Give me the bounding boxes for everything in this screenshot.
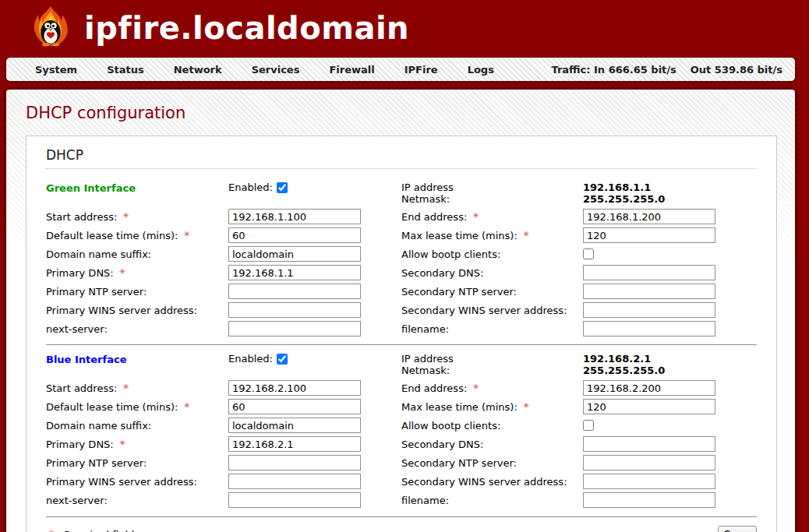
blue-domain-suffix-input[interactable] [228,417,361,433]
field-label: Default lease time (mins):✳ [46,401,228,413]
box-title: DHCP [46,147,757,169]
field-label: Primary DNS:✳ [46,267,228,279]
field-label: next-server: [46,323,228,335]
required-asterisk: ✳ [119,267,125,276]
green-next-server-input[interactable] [228,321,361,336]
blue-start-address-input[interactable] [228,380,361,396]
menu-item-ipfire[interactable]: IPFire [394,64,448,76]
required-asterisk: ✳ [48,528,55,532]
green-primary-ntp-input[interactable] [228,284,361,299]
green-domain-suffix-input[interactable] [228,246,361,262]
form-row: Domain name suffix: Allow bootp clients: [46,416,757,435]
field-label: Start address:✳ [46,382,228,394]
green-max-lease-input[interactable] [583,227,715,243]
form-footer: ✳ Required field Save [46,523,757,532]
menu-item-firewall[interactable]: Firewall [319,64,384,76]
green-primary-wins-input[interactable] [228,302,361,318]
blue-enabled-checkbox[interactable] [277,354,288,365]
hostname-title: ipfire.localdomain [84,10,409,46]
blue-next-server-input[interactable] [228,492,361,508]
green-secondary-dns-input[interactable] [583,265,715,280]
form-row: Start address:✳ End address:✳ [46,207,757,226]
required-asterisk: ✳ [523,401,529,410]
menu-item-status[interactable]: Status [97,64,154,76]
field-label: Max lease time (mins):✳ [401,401,583,413]
section-divider [46,344,757,345]
menu-item-logs[interactable]: Logs [457,64,504,76]
form-row: Primary DNS:✳ Secondary DNS: [46,263,757,282]
green-ip-netmask-label: IP address Netmask: [401,181,583,205]
required-asterisk: ✳ [472,382,479,391]
blue-default-lease-input[interactable] [228,399,361,414]
menu-item-system[interactable]: System [25,64,87,76]
blue-primary-ntp-input[interactable] [228,455,361,470]
field-label: Secondary WINS server address: [401,476,583,488]
blue-secondary-wins-input[interactable] [583,474,715,489]
green-start-address-input[interactable] [228,209,361,224]
field-label: Allow bootp clients: [401,420,583,432]
blue-secondary-dns-input[interactable] [583,436,715,452]
blue-filename-input[interactable] [583,492,715,508]
field-label: End address:✳ [401,382,583,394]
form-row: next-server: filename: [46,491,757,509]
field-label: Secondary WINS server address: [401,305,583,316]
required-asterisk: ✳ [122,211,129,220]
green-section-header: Green Interface Enabled: IP address Netm… [46,181,757,205]
blue-primary-wins-input[interactable] [228,474,361,489]
content-panel: DHCP configuration DHCP Green Interface … [6,90,795,532]
required-asterisk: ✳ [119,439,125,447]
green-filename-input[interactable] [583,321,715,336]
blue-section-header: Blue Interface Enabled: IP address Netma… [46,353,757,376]
green-secondary-ntp-input[interactable] [583,284,715,299]
field-label: next-server: [46,495,228,506]
green-allow-bootp-checkbox[interactable] [583,248,594,259]
field-label: filename: [401,323,583,335]
green-enabled-checkbox[interactable] [277,182,288,193]
field-label: Start address:✳ [46,211,228,223]
field-label: Default lease time (mins):✳ [46,230,228,241]
form-row: Default lease time (mins):✳ Max lease ti… [46,226,757,245]
green-ip-netmask-values: 192.168.1.1 255.255.255.0 [583,181,757,205]
form-row: Primary DNS:✳ Secondary DNS: [46,435,757,453]
page-title: DHCP configuration [26,104,777,122]
dhcp-box: DHCP Green Interface Enabled: IP address… [26,136,777,532]
blue-max-lease-input[interactable] [583,399,715,414]
field-label: Primary WINS server address: [46,476,228,488]
required-asterisk: ✳ [183,230,189,238]
save-button[interactable]: Save [718,526,757,532]
app-header: ipfire.localdomain [0,0,809,56]
main-menubar: System Status Network Services Firewall … [6,58,795,81]
green-default-lease-input[interactable] [228,227,361,243]
green-primary-dns-input[interactable] [228,265,361,280]
form-row: next-server: filename: [46,319,757,338]
required-asterisk: ✳ [472,211,479,220]
menu-item-services[interactable]: Services [242,64,310,76]
blue-interface-label: Blue Interface [46,353,228,365]
page-root: ipfire.localdomain System Status Network… [0,0,809,532]
field-label: Secondary NTP server: [401,457,583,469]
form-row: Start address:✳ End address:✳ [46,379,757,397]
green-interface-label: Green Interface [46,181,228,194]
form-row: Domain name suffix: Allow bootp clients: [46,245,757,263]
menu-item-network[interactable]: Network [164,64,232,76]
field-label: Primary DNS:✳ [46,439,228,450]
form-row: Default lease time (mins):✳ Max lease ti… [46,397,757,416]
field-label: Allow bootp clients: [401,248,583,260]
blue-primary-dns-input[interactable] [228,436,361,452]
blue-ip-value: 192.168.2.1 [583,353,665,365]
blue-end-address-input[interactable] [583,380,715,396]
field-label: Primary NTP server: [46,457,228,469]
blue-allow-bootp-checkbox[interactable] [583,420,594,431]
form-row: Primary WINS server address: Secondary W… [46,301,757,319]
green-secondary-wins-input[interactable] [583,302,715,318]
field-label: Domain name suffix: [46,248,228,260]
field-label: Secondary DNS: [401,439,583,450]
form-row: Primary NTP server: Secondary NTP server… [46,453,757,472]
field-label: filename: [401,495,583,506]
blue-secondary-ntp-input[interactable] [583,455,715,470]
field-label: Secondary NTP server: [401,286,583,298]
green-end-address-input[interactable] [583,209,715,224]
field-label: Primary NTP server: [46,286,228,298]
field-label: Primary WINS server address: [46,305,228,316]
blue-ip-netmask-label: IP address Netmask: [401,353,583,376]
